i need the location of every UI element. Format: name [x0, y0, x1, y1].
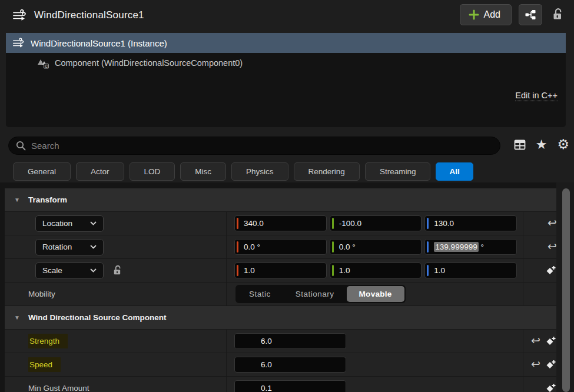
details-header: WindDirectionalSource1 Add: [0, 0, 574, 31]
min-gust-amount-field[interactable]: 0.1: [234, 380, 346, 392]
hierarchy-icon: [524, 8, 537, 21]
scale-row: Scale 1.0 1.0 1.0: [5, 259, 561, 283]
location-label: Location: [42, 219, 72, 228]
search-box[interactable]: [8, 137, 500, 155]
mobility-movable[interactable]: Movable: [347, 286, 404, 302]
mobility-stationary[interactable]: Stationary: [283, 286, 347, 302]
strength-label: Strength: [29, 337, 59, 346]
page-title: WindDirectionalSource1: [34, 9, 144, 21]
chevron-down-icon: [90, 268, 97, 273]
collapse-caret-icon: ▼: [14, 197, 20, 203]
speed-field[interactable]: 6.0: [234, 357, 346, 373]
subobject-panel: WindDirectionalSource1 (Instance) C Comp…: [6, 33, 566, 127]
wind-actor-icon: [12, 36, 26, 49]
location-y-field[interactable]: -100.0: [330, 215, 422, 231]
transform-section-header[interactable]: ▼ Transform: [5, 188, 561, 212]
wind-actor-icon: [12, 8, 28, 23]
search-input[interactable]: [31, 141, 493, 151]
section-title: Wind Directional Source Component: [28, 313, 167, 322]
rotation-row: Rotation 0.0 ° 0.0 ° 139.999999 ° ↩: [5, 235, 561, 259]
rotation-dropdown[interactable]: Rotation: [35, 239, 104, 255]
scale-label: Scale: [42, 266, 62, 275]
add-button-label: Add: [484, 9, 500, 20]
tab-physics[interactable]: Physics: [231, 162, 288, 181]
rotation-z-field[interactable]: 139.999999 °: [424, 239, 517, 255]
svg-text:C: C: [45, 64, 48, 68]
collapse-caret-icon: ▼: [14, 314, 20, 321]
add-keyframe-icon[interactable]: [545, 359, 557, 371]
scale-lock-button[interactable]: [112, 264, 124, 277]
chevron-down-icon: [90, 221, 97, 225]
component-row[interactable]: C Component (WindDirectionalSourceCompon…: [6, 53, 566, 73]
reset-to-default-icon[interactable]: ↩: [548, 217, 557, 228]
tab-lod[interactable]: LOD: [130, 162, 175, 181]
rotation-x-field[interactable]: 0.0 °: [234, 239, 327, 255]
mobility-row: Mobility Static Stationary Movable: [5, 283, 561, 306]
mobility-label: Mobility: [28, 290, 55, 298]
component-icon: C: [37, 57, 49, 69]
add-keyframe-icon[interactable]: [545, 265, 557, 277]
mobility-segmented-control: Static Stationary Movable: [235, 285, 406, 303]
tab-streaming[interactable]: Streaming: [365, 162, 431, 181]
add-component-button[interactable]: Add: [460, 4, 512, 25]
rotation-y-field[interactable]: 0.0 °: [330, 239, 422, 255]
instance-label: WindDirectionalSource1 (Instance): [31, 38, 167, 48]
details-lock-button[interactable]: [549, 7, 567, 22]
display-options-icon[interactable]: [514, 139, 526, 151]
min-gust-amount-row: Min Gust Amount 0.1: [5, 377, 561, 392]
section-title: Transform: [28, 195, 67, 204]
component-label: Component (WindDirectionalSourceComponen…: [55, 58, 243, 68]
location-dropdown[interactable]: Location: [35, 215, 104, 232]
strength-field[interactable]: 6.0: [234, 333, 346, 349]
scrollbar-track[interactable]: [556, 182, 574, 392]
highlight-annotation: Strength: [28, 334, 68, 348]
reset-to-default-icon[interactable]: ↩: [531, 335, 540, 346]
location-z-field[interactable]: 130.0: [424, 215, 517, 231]
edit-in-cpp-link[interactable]: Edit in C++: [515, 91, 558, 101]
add-keyframe-icon[interactable]: [545, 335, 557, 347]
settings-gear-icon[interactable]: ⚙: [557, 138, 569, 151]
tab-general[interactable]: General: [13, 162, 71, 181]
favorites-star-icon[interactable]: ★: [536, 138, 548, 151]
strength-row: Strength 6.0 ↩: [5, 330, 561, 353]
plus-icon: [469, 9, 479, 20]
scale-z-field[interactable]: 1.0: [424, 263, 517, 278]
selected-text: 139.999999: [434, 242, 478, 252]
tab-actor[interactable]: Actor: [76, 162, 124, 181]
speed-row: Speed 6.0 ↩: [5, 353, 561, 377]
reset-to-default-icon[interactable]: ↩: [531, 358, 540, 370]
instance-row[interactable]: WindDirectionalSource1 (Instance): [6, 33, 566, 53]
reset-to-default-icon[interactable]: ↩: [548, 241, 557, 252]
rotation-label: Rotation: [42, 242, 72, 251]
add-keyframe-icon[interactable]: [545, 383, 557, 392]
search-icon: [16, 141, 26, 151]
search-row: ★ ⚙: [0, 137, 574, 155]
category-tabs: General Actor LOD Misc Physics Rendering…: [13, 162, 473, 181]
scale-dropdown[interactable]: Scale: [35, 263, 104, 279]
mobility-static[interactable]: Static: [237, 286, 283, 302]
lock-open-icon: [551, 7, 565, 22]
location-x-field[interactable]: 340.0: [234, 215, 327, 231]
tab-rendering[interactable]: Rendering: [294, 162, 360, 181]
scale-x-field[interactable]: 1.0: [234, 263, 327, 278]
scrollbar-thumb[interactable]: [562, 188, 570, 392]
tab-misc[interactable]: Misc: [180, 162, 226, 181]
blueprint-hierarchy-button[interactable]: [519, 4, 542, 25]
scale-y-field[interactable]: 1.0: [330, 263, 422, 278]
wind-component-section-header[interactable]: ▼ Wind Directional Source Component: [5, 306, 561, 330]
properties-panel: ▼ Transform Location 340.0 -100.0 130.0: [0, 182, 574, 392]
speed-label: Speed: [29, 360, 52, 369]
tab-all[interactable]: All: [436, 162, 473, 181]
location-row: Location 340.0 -100.0 130.0 ↩: [5, 212, 561, 235]
chevron-down-icon: [90, 245, 97, 249]
highlight-annotation: Speed: [28, 357, 61, 372]
min-gust-amount-label: Min Gust Amount: [28, 384, 89, 392]
